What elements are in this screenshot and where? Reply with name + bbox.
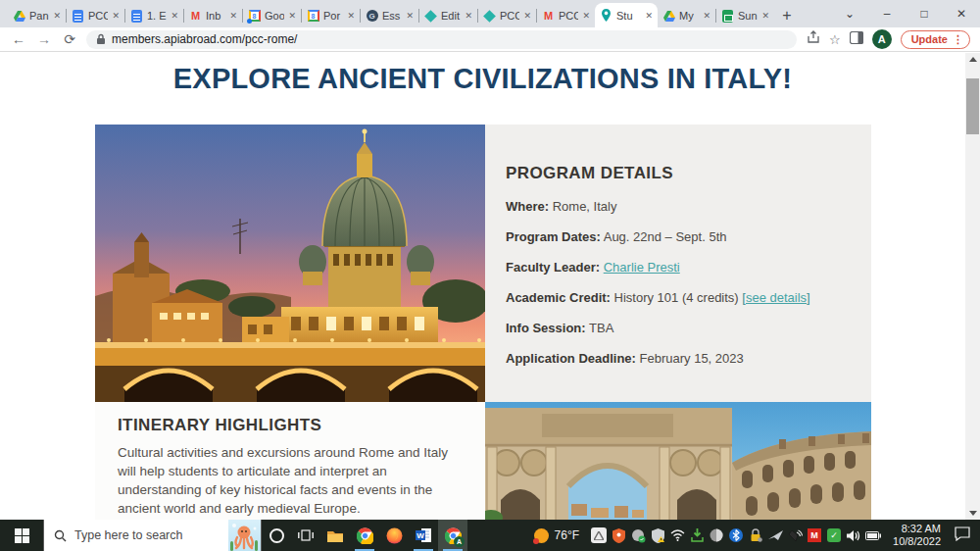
docs-icon [72,10,84,23]
detail-application-deadline: Application Deadline: February 15, 2023 [506,351,852,366]
battery-tray-icon[interactable] [865,527,881,543]
calendar-icon: 8 [248,10,261,23]
satellite-tray-icon[interactable] [787,527,803,543]
search-placeholder: Type here to search [74,528,228,542]
windows-taskbar: Type here to search [0,520,980,551]
tab-close-icon[interactable]: ✕ [171,11,178,21]
tab-sheet[interactable]: Sun ✕ [716,4,774,27]
defender-warning-tray-icon[interactable] [650,527,665,543]
bluetooth-tray-icon[interactable] [728,527,744,543]
sheets-icon [721,10,734,23]
detail-dates: Program Dates: Aug. 22nd – Sept. 5th [506,229,852,244]
see-details-link[interactable]: see details [746,290,807,305]
maximize-button[interactable]: □ [906,0,943,27]
search-highlight-octopus-image[interactable] [228,520,261,551]
tab-my-drive[interactable]: My ✕ [658,4,715,27]
chrome-profile-taskbar-button[interactable]: A [438,520,467,551]
security-shield-tray-icon[interactable] [611,527,626,543]
tab-close-icon[interactable]: ✕ [645,11,653,21]
reload-button[interactable]: ⟳ [57,31,82,47]
tab-close-icon[interactable]: ✕ [53,11,61,21]
browser-toolbar: ← → ⟳ members.apiabroad.com/pcc-rome/ ☆ … [0,27,980,52]
tab-pcc-site[interactable]: PCC ✕ [478,4,536,27]
minimize-button[interactable]: – [868,0,906,27]
tab-close-icon[interactable]: ✕ [406,11,414,21]
padlock-tray-icon[interactable] [748,527,763,543]
share-icon[interactable] [807,30,820,48]
faculty-leader-link[interactable]: Charlie Presti [604,260,680,275]
detail-info-session: Info Session: TBA [506,321,852,335]
tab-essay[interactable]: G Ess ✕ [361,4,418,27]
tab-close-icon[interactable]: ✕ [582,11,590,21]
cortana-button[interactable] [262,520,291,551]
rome-sunset-photo [95,125,485,402]
file-explorer-button[interactable] [320,520,350,551]
chrome-taskbar-button[interactable] [350,520,379,551]
sync-check-tray-icon[interactable] [630,527,646,543]
profile-avatar[interactable]: A [872,29,892,49]
tab-search-chevron-icon[interactable]: ⌄ [831,0,868,27]
weather-widget[interactable]: 76°F [534,528,579,543]
tab-google-calendar[interactable]: 8 Goo ✕ [243,4,301,27]
address-bar[interactable]: members.apiabroad.com/pcc-rome/ [86,30,797,49]
browser-menu-icon[interactable]: ⋮ [953,33,963,46]
onedrive-tray-icon[interactable] [591,527,607,543]
weather-temperature: 76°F [555,528,579,542]
cortana-icon [270,528,284,543]
word-taskbar-button[interactable]: W [409,520,438,551]
tab-inbox[interactable]: M Inb ✕ [184,4,242,27]
detail-academic-credit: Academic Credit: History 101 (4 credits)… [506,290,852,305]
firefox-taskbar-button[interactable] [379,520,409,551]
tab-close-icon[interactable]: ✕ [229,11,237,21]
close-window-button[interactable]: ✕ [943,0,980,27]
tab-label: Edit [441,10,461,22]
task-view-button[interactable] [291,520,320,551]
scrollbar-thumb[interactable] [966,78,979,134]
wing-tray-icon[interactable] [767,527,783,543]
new-tab-button[interactable]: + [774,4,800,27]
volume-tray-icon[interactable] [846,527,861,543]
action-center-button[interactable] [955,526,970,545]
tab-close-icon[interactable]: ✕ [761,11,769,21]
tab-label: Ess [382,10,402,22]
sphere-tray-icon[interactable] [709,527,724,543]
scroll-up-icon[interactable] [969,57,977,62]
tab-close-icon[interactable]: ✕ [112,11,120,21]
tab-portal-calendar[interactable]: 8 Por ✕ [302,4,360,27]
tab-editor[interactable]: Edit ✕ [419,4,477,27]
page-scrollbar[interactable] [965,53,980,520]
tab-panopto[interactable]: Pan ✕ [8,4,66,27]
update-button[interactable]: Update ⋮ [901,30,970,49]
windows-logo-icon [15,528,29,543]
back-button[interactable]: ← [6,31,31,47]
tab-essay-doc[interactable]: 1. E ✕ [125,4,183,27]
url-text: members.apiabroad.com/pcc-rome/ [112,32,297,46]
globe-g-icon: G [366,10,378,23]
tab-close-icon[interactable]: ✕ [288,11,296,21]
taskbar-clock[interactable]: 8:32 AM 10/8/2022 [893,523,941,548]
tab-pcc-doc[interactable]: PCC ✕ [67,4,124,27]
start-button[interactable] [0,520,43,551]
tab-label: PCC [88,10,108,22]
tab-close-icon[interactable]: ✕ [465,11,472,21]
mcafee-tray-icon[interactable]: M [807,527,822,543]
clock-date: 10/8/2022 [893,535,941,548]
protection-check-tray-icon[interactable]: ✓ [826,527,842,543]
tab-label: PCC [500,10,519,22]
side-panel-icon[interactable] [850,30,863,48]
tab-close-icon[interactable]: ✕ [347,11,355,21]
itinerary-section: ITINERARY HIGHLIGHTS Cultural activities… [95,402,485,520]
tab-study-abroad-active[interactable]: Stu ✕ [595,3,658,27]
detail-faculty-leader: Faculty Leader: Charlie Presti [506,260,852,275]
forward-button[interactable]: → [31,31,57,47]
wifi-tray-icon[interactable] [669,527,685,543]
tab-close-icon[interactable]: ✕ [523,11,531,21]
tab-pcc-mail[interactable]: M PCC ✕ [537,4,595,27]
bookmark-star-icon[interactable]: ☆ [829,32,841,47]
scroll-down-icon[interactable] [969,511,977,516]
tab-close-icon[interactable]: ✕ [703,11,710,21]
tab-label: Stu [616,10,641,22]
firefox-icon [386,527,403,544]
taskbar-search-input[interactable]: Type here to search [43,520,262,551]
update-arrow-tray-icon[interactable] [689,527,705,543]
